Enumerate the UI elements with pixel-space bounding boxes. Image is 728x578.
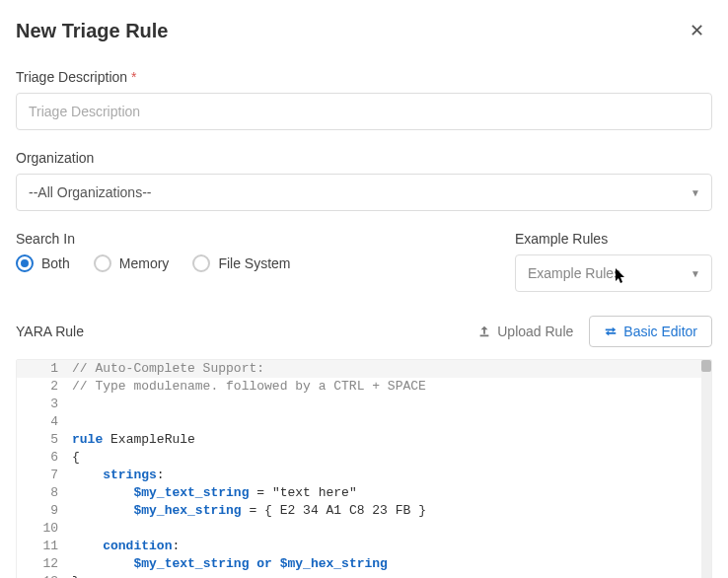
line-number: 10 bbox=[17, 520, 72, 538]
line-number: 7 bbox=[17, 467, 72, 484]
code-line[interactable]: 12 $my_text_string or $my_hex_string bbox=[17, 555, 711, 573]
search-in-radio-group: Both Memory File System bbox=[16, 254, 491, 272]
upload-icon bbox=[477, 325, 491, 338]
code-line[interactable]: 7 strings: bbox=[17, 467, 711, 484]
code-content[interactable]: $my_text_string or $my_hex_string bbox=[72, 555, 711, 573]
line-number: 12 bbox=[17, 555, 72, 573]
swap-icon bbox=[604, 325, 618, 338]
search-in-label: Search In bbox=[16, 231, 491, 247]
required-asterisk: * bbox=[131, 69, 136, 85]
radio-label: Both bbox=[41, 255, 70, 271]
radio-label: Memory bbox=[119, 255, 170, 271]
code-line[interactable]: 6{ bbox=[17, 449, 711, 467]
code-content[interactable]: } bbox=[72, 573, 711, 578]
line-number: 5 bbox=[17, 431, 72, 449]
radio-icon bbox=[192, 254, 210, 272]
code-line[interactable]: 8 $my_text_string = "text here" bbox=[17, 484, 711, 502]
dialog-title: New Triage Rule bbox=[16, 20, 169, 42]
line-number: 1 bbox=[17, 360, 72, 378]
organization-label: Organization bbox=[16, 150, 712, 166]
close-icon: ✕ bbox=[690, 21, 704, 40]
basic-editor-label: Basic Editor bbox=[623, 324, 697, 339]
close-button[interactable]: ✕ bbox=[682, 16, 712, 45]
triage-description-input[interactable] bbox=[16, 93, 712, 130]
code-content[interactable]: condition: bbox=[72, 538, 711, 555]
code-line[interactable]: 3 bbox=[17, 396, 711, 413]
line-number: 8 bbox=[17, 484, 72, 502]
radio-icon bbox=[16, 254, 34, 272]
yara-rule-label: YARA Rule bbox=[16, 324, 84, 339]
code-line[interactable]: 1// Auto-Complete Support: bbox=[17, 360, 711, 378]
yara-code-editor[interactable]: 1// Auto-Complete Support:2// Type modul… bbox=[16, 359, 712, 578]
scrollbar-thumb[interactable] bbox=[701, 360, 711, 372]
line-number: 13 bbox=[17, 573, 72, 578]
example-rules-label: Example Rules bbox=[515, 231, 712, 247]
code-line[interactable]: 9 $my_hex_string = { E2 34 A1 C8 23 FB } bbox=[17, 502, 711, 520]
upload-rule-button[interactable]: Upload Rule bbox=[477, 324, 573, 339]
radio-icon bbox=[94, 254, 111, 272]
search-in-radio-both[interactable]: Both bbox=[16, 254, 70, 272]
code-content[interactable]: rule ExampleRule bbox=[72, 431, 711, 449]
cursor-icon bbox=[616, 268, 627, 284]
code-line[interactable]: 2// Type modulename. followed by a CTRL … bbox=[17, 378, 711, 396]
line-number: 4 bbox=[17, 413, 72, 431]
line-number: 11 bbox=[17, 538, 72, 555]
example-rules-select[interactable]: Example Rules bbox=[515, 254, 712, 292]
code-line[interactable]: 5rule ExampleRule bbox=[17, 431, 711, 449]
code-line[interactable]: 11 condition: bbox=[17, 538, 711, 555]
code-content[interactable]: // Auto-Complete Support: bbox=[72, 360, 711, 378]
code-line[interactable]: 4 bbox=[17, 413, 711, 431]
search-in-radio-filesystem[interactable]: File System bbox=[192, 254, 290, 272]
search-in-radio-memory[interactable]: Memory bbox=[94, 254, 170, 272]
code-content[interactable]: $my_hex_string = { E2 34 A1 C8 23 FB } bbox=[72, 502, 711, 520]
organization-select[interactable]: --All Organizations-- bbox=[16, 174, 712, 211]
radio-label: File System bbox=[218, 255, 290, 271]
triage-description-label: Triage Description * bbox=[16, 69, 712, 85]
code-line[interactable]: 10 bbox=[17, 520, 711, 538]
code-content[interactable]: // Type modulename. followed by a CTRL +… bbox=[72, 378, 711, 396]
line-number: 3 bbox=[17, 396, 72, 413]
line-number: 2 bbox=[17, 378, 72, 396]
code-content[interactable] bbox=[72, 413, 711, 431]
code-line[interactable]: 13} bbox=[17, 573, 711, 578]
upload-rule-label: Upload Rule bbox=[497, 324, 573, 339]
code-content[interactable]: { bbox=[72, 449, 711, 467]
code-content[interactable]: $my_text_string = "text here" bbox=[72, 484, 711, 502]
code-content[interactable]: strings: bbox=[72, 467, 711, 484]
code-content[interactable] bbox=[72, 520, 711, 538]
line-number: 9 bbox=[17, 502, 72, 520]
basic-editor-button[interactable]: Basic Editor bbox=[589, 316, 712, 347]
code-content[interactable] bbox=[72, 396, 711, 413]
scrollbar-track[interactable] bbox=[701, 360, 711, 578]
line-number: 6 bbox=[17, 449, 72, 467]
